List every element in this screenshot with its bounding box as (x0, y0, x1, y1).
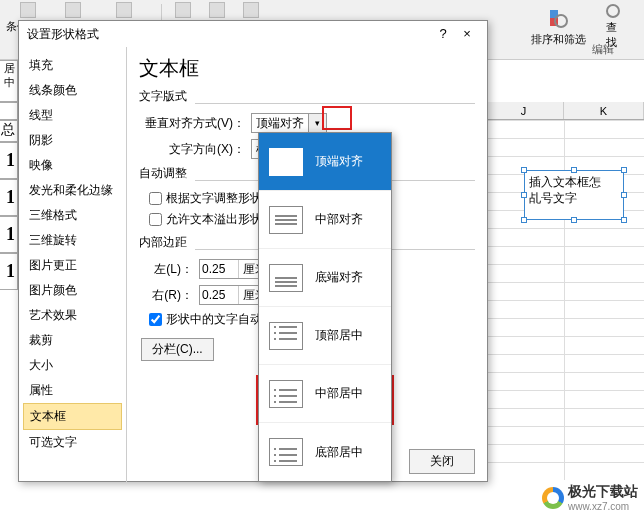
cell-fragment: 1 (0, 179, 18, 216)
sidebar-item-3[interactable]: 阴影 (23, 128, 122, 153)
valign-label: 垂直对齐方式(V)： (139, 115, 251, 132)
cell-fragment: 1 (0, 216, 18, 253)
col-header-j[interactable]: J (484, 102, 564, 119)
dropdown-item-2[interactable]: 底端对齐 (259, 249, 391, 307)
sidebar-item-15[interactable]: 可选文字 (23, 430, 122, 455)
chevron-down-icon[interactable]: ▾ (308, 114, 326, 132)
cell-fragment: 1 (0, 253, 18, 290)
cell-fragment: 总 (0, 120, 18, 142)
dropdown-item-1[interactable]: 中部对齐 (259, 191, 391, 249)
sidebar-item-10[interactable]: 艺术效果 (23, 303, 122, 328)
align-icon (269, 206, 303, 234)
row-headers-fragment: 居中 总 1 1 1 1 (0, 60, 18, 290)
sidebar-item-5[interactable]: 发光和柔化边缘 (23, 178, 122, 203)
find-icon (606, 4, 620, 18)
dialog-sidebar: 填充线条颜色线型阴影映像发光和柔化边缘三维格式三维旋转图片更正图片颜色艺术效果裁… (19, 47, 127, 482)
sidebar-item-13[interactable]: 属性 (23, 378, 122, 403)
dialog-help-button[interactable]: ? (431, 21, 455, 47)
dropdown-item-4[interactable]: 中部居中 (259, 365, 391, 423)
textbox-line1: 插入文本框怎 (529, 175, 601, 189)
fx-bar-fragment: 居中 (0, 60, 18, 102)
format-shape-dialog: 设置形状格式 ? × 填充线条颜色线型阴影映像发光和柔化边缘三维格式三维旋转图片… (18, 20, 488, 482)
sidebar-item-4[interactable]: 映像 (23, 153, 122, 178)
align-icon (269, 148, 303, 176)
cell-fragment: 1 (0, 142, 18, 179)
col-header-k[interactable]: K (564, 102, 644, 119)
sidebar-item-9[interactable]: 图片颜色 (23, 278, 122, 303)
sidebar-item-8[interactable]: 图片更正 (23, 253, 122, 278)
sidebar-item-6[interactable]: 三维格式 (23, 203, 122, 228)
dropdown-item-label: 中部居中 (315, 385, 363, 402)
sidebar-item-12[interactable]: 大小 (23, 353, 122, 378)
textbox-shape[interactable]: 插入文本框怎 乩号文字 (524, 170, 624, 220)
dropdown-item-5[interactable]: 底部居中 (259, 423, 391, 481)
panel-heading: 文本框 (139, 55, 475, 82)
ribbon-btn-sortfilter[interactable]: 排序和筛选 (521, 6, 596, 49)
dialog-close-main-button[interactable]: 关闭 (409, 449, 475, 474)
dropdown-item-3[interactable]: 顶部居中 (259, 307, 391, 365)
valign-dropdown[interactable]: 顶端对齐中部对齐底端对齐顶部居中中部居中底部居中 (258, 132, 392, 482)
sidebar-item-1[interactable]: 线条颜色 (23, 78, 122, 103)
watermark: 极光下载站 www.xz7.com (542, 483, 638, 512)
watermark-logo-icon (542, 487, 564, 509)
sidebar-item-14[interactable]: 文本框 (23, 403, 122, 430)
dropdown-item-label: 顶端对齐 (315, 153, 363, 170)
dropdown-item-label: 底部居中 (315, 444, 363, 461)
direction-label: 文字方向(X)： (139, 141, 251, 158)
column-headers: J K (484, 102, 644, 120)
valign-combo[interactable]: 顶端对齐 ▾ (251, 113, 327, 133)
align-icon (269, 264, 303, 292)
sort-filter-icon (548, 8, 570, 30)
margin-left-label: 左(L)： (139, 261, 199, 278)
dropdown-item-0[interactable]: 顶端对齐 (259, 133, 391, 191)
sidebar-item-2[interactable]: 线型 (23, 103, 122, 128)
align-icon (269, 380, 303, 408)
align-icon (269, 438, 303, 466)
dialog-titlebar[interactable]: 设置形状格式 ? × (19, 21, 487, 47)
dropdown-item-label: 中部对齐 (315, 211, 363, 228)
sidebar-item-0[interactable]: 填充 (23, 53, 122, 78)
ribbon-group-edit: 编辑 (592, 42, 614, 57)
sidebar-item-7[interactable]: 三维旋转 (23, 228, 122, 253)
columns-button[interactable]: 分栏(C)... (141, 338, 214, 361)
align-icon (269, 322, 303, 350)
margin-right-label: 右(R)： (139, 287, 199, 304)
dropdown-item-label: 顶部居中 (315, 327, 363, 344)
dropdown-item-label: 底端对齐 (315, 269, 363, 286)
spreadsheet-grid[interactable]: J K 插入文本框怎 乩号文字 (484, 60, 644, 480)
sidebar-item-11[interactable]: 裁剪 (23, 328, 122, 353)
dialog-close-button[interactable]: × (455, 21, 479, 47)
textbox-line2: 乩号文字 (529, 191, 577, 205)
dialog-title: 设置形状格式 (27, 21, 431, 47)
section-text-layout: 文字版式 (139, 88, 475, 105)
